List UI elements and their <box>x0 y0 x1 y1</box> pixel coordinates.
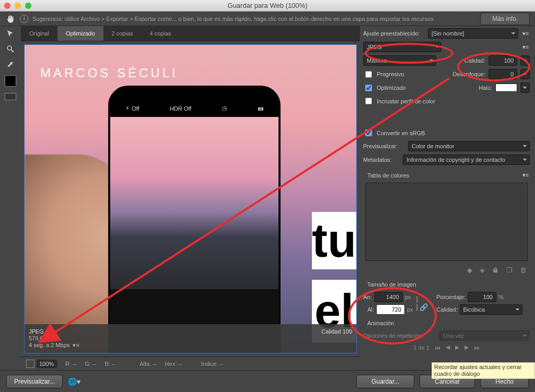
zoom-tool-icon[interactable] <box>4 44 17 54</box>
info-alfa: Alfa: -- <box>139 361 156 367</box>
browser-icon[interactable]: 🌐▾ <box>68 377 80 386</box>
tam-title: Tamaño de imagen <box>363 279 530 289</box>
palette-new-icon[interactable]: ❐ <box>506 266 513 274</box>
quality-preset-select[interactable]: Máxima <box>363 55 436 66</box>
preview-format: JPEG <box>29 328 44 335</box>
format-select[interactable]: JPEG <box>363 42 441 52</box>
tab-4copias[interactable]: 4 copias <box>142 26 180 41</box>
preset-flyout-icon[interactable]: ▾≡ <box>521 30 530 37</box>
preview-watermark: MARCOS SÉCULI <box>40 66 178 80</box>
hint-bar: i Sugerencia: utilice Archivo > Exportar… <box>0 11 535 26</box>
info-g: G: -- <box>85 361 96 367</box>
preview-phone: ⚡︎ Off HDR Off ◷ 📷︎ <box>108 86 281 353</box>
anim-last-icon: ⏭ <box>474 345 480 351</box>
format-flyout-icon[interactable]: ▾≡ <box>521 44 530 51</box>
preview-flyout-icon[interactable]: ▾≡ <box>73 342 79 348</box>
rep-label: Opciones de repetición: <box>363 332 436 339</box>
color-table-icons: ◆ ◈ 🔒︎ ❐ 🗑︎ <box>363 264 530 276</box>
desenfoque-label: Desenfoque: <box>453 71 485 77</box>
previsualizar-label: Previsualizar: <box>363 143 405 149</box>
palette-lock-icon[interactable]: 🔒︎ <box>492 266 499 274</box>
quality-stepper[interactable] <box>520 55 530 66</box>
tooltip: Recordar ajustes actuales y cerrar cuadr… <box>432 362 535 379</box>
window-title: Guardar para Web (100%) <box>0 2 535 9</box>
an-label: An: <box>363 294 372 300</box>
interp-select[interactable]: Bicúbica <box>460 304 522 315</box>
timer-icon: ◷ <box>222 105 227 112</box>
frame-counter: 1 de 1 <box>413 345 429 351</box>
preset-label: Ajuste preestablecido: <box>363 30 425 37</box>
srgb-checkbox[interactable]: Convertir en sRGB <box>363 128 425 138</box>
percent-input[interactable] <box>468 292 496 302</box>
tab-optimizado[interactable]: Optimizado <box>57 26 103 41</box>
preview-tabs: Original Optimizado 2 copias 4 copias <box>21 26 360 41</box>
svg-point-0 <box>7 46 11 50</box>
rep-select: Una vez <box>439 330 530 341</box>
anim-title: Animación <box>363 318 530 327</box>
anim-first-icon: ⏮ <box>435 345 440 351</box>
quality-label: Calidad: <box>464 57 485 64</box>
palette-trash-icon[interactable]: 🗑︎ <box>520 266 527 274</box>
info-bar: 100% R: -- G: -- B: -- Alfa: -- Hex: -- … <box>21 357 360 370</box>
eyedropper-tool-icon[interactable] <box>4 60 17 70</box>
settings-panel: Ajuste preestablecido: [Sin nombre] ▾≡ J… <box>360 26 535 370</box>
preset-select[interactable]: [Sin nombre] <box>428 28 518 39</box>
al-label: Al: <box>363 306 374 313</box>
slice-visibility-toggle[interactable] <box>5 93 16 100</box>
perfil-checkbox[interactable]: Incrustar perfil de color <box>363 96 435 106</box>
tab-original[interactable]: Original <box>21 26 57 41</box>
palette-eyedropper-icon[interactable]: ◆ <box>467 266 472 274</box>
info-icon: i <box>20 15 28 23</box>
preview-size: 579,6 KB <box>29 335 352 341</box>
progresivo-checkbox[interactable]: Progresivo <box>363 69 404 79</box>
tab-2copias[interactable]: 2 copias <box>103 26 142 41</box>
interp-label: Calidad: <box>436 306 457 313</box>
link-dimensions-icon[interactable]: ⌉⌋ 🔗 <box>415 295 428 311</box>
zoom-select[interactable]: 100% <box>37 360 57 368</box>
pointer-tool-icon[interactable] <box>4 28 17 39</box>
pct-label: Porcentaje: <box>436 294 466 300</box>
tabla-flyout-icon[interactable]: ▾≡ <box>521 172 530 179</box>
window-titlebar: Guardar para Web (100%) <box>0 0 535 11</box>
info-r: R: -- <box>65 361 76 367</box>
info-index: Índice: -- <box>201 361 224 367</box>
previsualizar-button[interactable]: Previsualizar... <box>6 375 63 388</box>
width-input[interactable] <box>374 292 403 302</box>
info-hex: Hex: -- <box>165 361 182 367</box>
svg-line-1 <box>11 50 14 52</box>
tool-strip <box>0 26 21 370</box>
color-table <box>365 183 528 261</box>
camera-icon: 📷︎ <box>258 105 263 112</box>
hdr-label: HDR Off <box>170 105 191 112</box>
previsualizar-select[interactable]: Color de monitor <box>408 141 530 151</box>
info-b: B: -- <box>104 361 115 367</box>
hand-tool-icon[interactable] <box>5 14 16 24</box>
anim-prev-icon: ◀ <box>446 344 450 351</box>
preview-time: 4 seg. a 2 Mbps <box>29 342 69 348</box>
metadatos-select[interactable]: Información de copyright y de contacto <box>403 155 530 165</box>
zoom-fit-icon[interactable] <box>26 360 34 368</box>
foreground-swatch[interactable] <box>5 75 16 87</box>
quality-input[interactable] <box>489 55 517 66</box>
halo-label: Halo: <box>479 85 492 91</box>
preview-text-tu: tu <box>312 212 356 269</box>
preview-quality: Calidad 100 <box>321 328 352 335</box>
preview-status: JPEG Calidad 100 579,6 KB 4 seg. a 2 Mbp… <box>25 324 356 353</box>
anim-play-icon: ▶ <box>455 344 459 351</box>
palette-cube-icon[interactable]: ◈ <box>480 266 485 274</box>
desenfoque-input[interactable] <box>489 69 517 79</box>
desenfoque-stepper[interactable] <box>520 69 530 79</box>
more-info-button[interactable]: Más info. <box>480 13 530 25</box>
hint-text: Sugerencia: utilice Archivo > Exportar >… <box>32 16 476 22</box>
flash-icon: ⚡︎ Off <box>125 105 139 112</box>
halo-select[interactable] <box>520 82 530 93</box>
halo-swatch[interactable] <box>495 84 517 92</box>
guardar-button[interactable]: Guardar... <box>356 375 414 388</box>
metadatos-label: Metadatos: <box>363 157 400 163</box>
optimizado-checkbox[interactable]: Optimizado <box>363 83 406 93</box>
anim-next-icon: ▶ <box>464 344 469 351</box>
image-preview[interactable]: MARCOS SÉCULI ⚡︎ Off HDR Off ◷ 📷︎ tu el <box>24 44 357 353</box>
tabla-title: Tabla de colores <box>363 170 409 180</box>
height-input[interactable] <box>376 304 405 315</box>
